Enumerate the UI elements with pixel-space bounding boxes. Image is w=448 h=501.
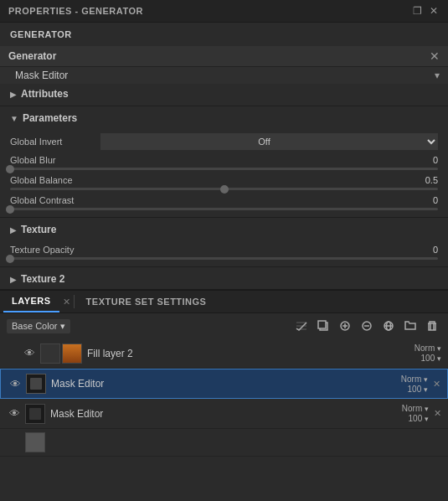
add-layer-icon[interactable] xyxy=(292,317,311,335)
texture-opacity-slider-container[interactable] xyxy=(10,257,438,260)
generator-close-btn[interactable]: ✕ xyxy=(430,49,440,63)
global-contrast-label: Global Contrast xyxy=(10,195,94,205)
mask-editor-1-opacity: 100 ▾ xyxy=(408,385,428,394)
layers-toolbar: Base Color ▾ xyxy=(0,313,448,338)
mask-editor-chevron[interactable]: ▾ xyxy=(435,70,440,81)
tab-texture-set-settings[interactable]: TEXTURE SET SETTINGS xyxy=(78,292,215,312)
parameters-arrow: ▼ xyxy=(10,114,18,123)
global-blur-thumb[interactable] xyxy=(6,165,14,173)
global-contrast-thumb[interactable] xyxy=(6,205,14,214)
global-blur-track[interactable] xyxy=(10,168,438,170)
bottom-panel: LAYERS ✕ TEXTURE SET SETTINGS Base Color… xyxy=(0,289,448,457)
global-contrast-slider-container[interactable] xyxy=(10,208,438,210)
restore-button[interactable]: ❐ xyxy=(411,5,423,17)
texture-opacity-label: Texture Opacity xyxy=(10,245,94,255)
global-contrast-row: Global Contrast 0 xyxy=(10,195,438,205)
generator-header: GENERATOR xyxy=(0,23,448,46)
tab-layers[interactable]: LAYERS xyxy=(3,291,59,312)
global-balance-label: Global Balance xyxy=(10,175,94,185)
tab-layers-close[interactable]: ✕ xyxy=(63,297,70,307)
generator-controls: ✕ xyxy=(430,49,440,63)
divider-1 xyxy=(0,106,448,106)
channel-dropdown[interactable]: Base Color ▾ xyxy=(7,319,70,333)
fill-layer-blend: Norm ▾ xyxy=(415,343,441,353)
fill-layer-name: Fill layer 2 xyxy=(87,348,415,359)
global-invert-label: Global Invert xyxy=(10,137,94,147)
texture2-section-header[interactable]: ▶ Texture 2 xyxy=(0,269,448,289)
global-balance-thumb[interactable] xyxy=(220,185,229,194)
texture-opacity-value: 0 xyxy=(413,245,438,255)
fill-layer-right: Norm ▾ 100 ▾ xyxy=(415,343,441,363)
parameters-section-header[interactable]: ▼ Parameters xyxy=(0,108,448,128)
partial-layer-thumb xyxy=(25,432,45,452)
mask-editor-label: Mask Editor xyxy=(15,70,435,81)
remove-mask-icon[interactable] xyxy=(358,317,376,335)
attributes-section-header[interactable]: ▶ Attributes xyxy=(0,84,448,104)
close-button[interactable]: ✕ xyxy=(428,5,440,17)
mask-editor-2-name: Mask Editor xyxy=(50,408,402,420)
global-balance-track[interactable] xyxy=(10,188,438,190)
mask-editor-2-opacity: 100 ▾ xyxy=(409,414,429,423)
mask-editor-1-row[interactable]: 👁 Mask Editor Norm ▾ 100 ▾ ✕ xyxy=(0,369,448,399)
divider-2 xyxy=(0,217,448,218)
global-blur-label: Global Blur xyxy=(10,155,94,165)
partial-layer-row xyxy=(0,429,448,457)
mask-editor-2-row[interactable]: 👁 Mask Editor Norm ▾ 100 ▾ ✕ xyxy=(0,399,448,429)
mask-editor-2-right: Norm ▾ 100 ▾ xyxy=(402,404,429,423)
global-blur-slider-container[interactable] xyxy=(10,168,438,170)
texture-opacity-track[interactable] xyxy=(10,257,438,260)
global-balance-row: Global Balance 0.5 xyxy=(10,175,438,185)
divider-3 xyxy=(0,266,448,267)
tab-separator xyxy=(74,295,75,308)
global-balance-slider-container[interactable] xyxy=(10,188,438,190)
mask-editor-row: Mask Editor ▾ xyxy=(0,67,448,84)
mask-editor-1-name: Mask Editor xyxy=(51,378,401,390)
fill-layer-opacity: 100 ▾ xyxy=(421,354,441,363)
global-contrast-track[interactable] xyxy=(10,208,438,210)
delete-icon[interactable] xyxy=(423,317,441,335)
mask-editor-1-visibility[interactable]: 👁 xyxy=(8,376,23,391)
channel-chevron: ▾ xyxy=(60,321,65,332)
attributes-arrow: ▶ xyxy=(10,90,17,99)
fill-layer-name-area: Fill layer 2 xyxy=(87,348,415,359)
mask-editor-1-name-area: Mask Editor xyxy=(51,378,401,390)
fill-layer-visibility[interactable]: 👁 xyxy=(22,346,37,361)
mask-editor-1-close[interactable]: ✕ xyxy=(433,379,440,390)
duplicate-icon[interactable] xyxy=(314,317,332,335)
global-invert-row: Global Invert Off On xyxy=(10,133,438,150)
title-bar: PROPERTIES - GENERATOR ❐ ✕ xyxy=(0,0,448,23)
parameters-content: Global Invert Off On Global Blur 0 Globa… xyxy=(0,133,448,215)
global-invert-dropdown[interactable]: Off On xyxy=(100,133,438,150)
add-mask-icon[interactable] xyxy=(336,317,354,335)
fill-layer-row: 👁 Fill layer 2 Norm ▾ 100 ▾ xyxy=(0,338,448,369)
title-bar-controls: ❐ ✕ xyxy=(411,5,440,17)
mask-editor-2-thumb xyxy=(25,404,45,424)
window-title: PROPERTIES - GENERATOR xyxy=(8,6,143,16)
texture-section-header[interactable]: ▶ Texture xyxy=(0,220,448,240)
texture-content: Texture Opacity 0 xyxy=(0,245,448,265)
folder-icon[interactable] xyxy=(401,317,420,335)
texture2-arrow: ▶ xyxy=(10,275,17,284)
tab-bar: LAYERS ✕ TEXTURE SET SETTINGS xyxy=(0,291,448,313)
texture-opacity-row: Texture Opacity 0 xyxy=(10,245,438,255)
texture2-title: Texture 2 xyxy=(21,273,64,285)
texture-opacity-thumb[interactable] xyxy=(6,255,14,263)
mask-editor-2-close[interactable]: ✕ xyxy=(434,408,441,419)
globe-icon[interactable] xyxy=(379,317,398,335)
global-balance-value: 0.5 xyxy=(413,175,438,185)
texture-title: Texture xyxy=(21,224,56,235)
fill-layer-thumb-orange xyxy=(62,343,82,364)
mask-editor-2-visibility[interactable]: 👁 xyxy=(7,406,22,421)
mask-editor-2-blend: Norm ▾ xyxy=(402,404,429,413)
texture-arrow: ▶ xyxy=(10,225,17,235)
generator-row: Generator ✕ xyxy=(0,46,448,67)
generator-label: Generator xyxy=(8,50,56,62)
attributes-title: Attributes xyxy=(21,88,69,100)
parameters-title: Parameters xyxy=(23,112,77,124)
global-contrast-value: 0 xyxy=(413,195,438,205)
fill-layer-thumb-black xyxy=(40,343,60,364)
channel-label: Base Color xyxy=(12,321,57,331)
mask-editor-2-name-area: Mask Editor xyxy=(50,408,402,420)
mask-editor-1-thumb xyxy=(26,374,46,394)
svg-rect-1 xyxy=(318,321,326,328)
